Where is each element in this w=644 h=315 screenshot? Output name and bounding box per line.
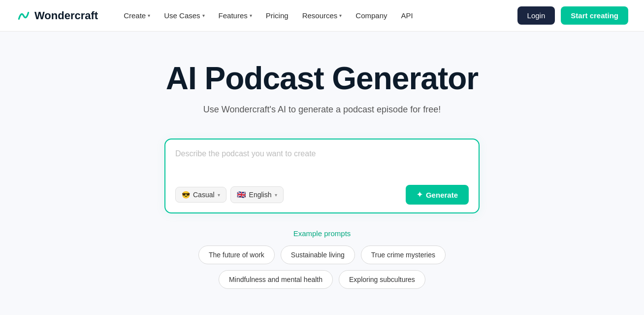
prompts-row-1: The future of work Sustainable living Tr… <box>198 245 446 264</box>
nav-item-features[interactable]: Features ▾ <box>213 7 258 24</box>
prompt-chip-future-work[interactable]: The future of work <box>198 245 275 264</box>
input-controls: 😎 Casual ▾ 🇬🇧 English ▾ ✦ Generate <box>175 185 469 205</box>
podcast-description-input[interactable] <box>175 149 469 179</box>
plus-icon: ✦ <box>417 190 423 199</box>
chevron-down-icon: ▾ <box>275 192 277 198</box>
tone-emoji: 😎 <box>182 191 190 199</box>
page-title: AI Podcast Generator <box>166 61 478 96</box>
chevron-down-icon: ▾ <box>250 13 252 18</box>
generate-label: Generate <box>426 191 458 199</box>
prompt-chip-sustainable[interactable]: Sustainable living <box>281 245 355 264</box>
nav-item-create[interactable]: Create ▾ <box>118 7 156 24</box>
chevron-down-icon: ▾ <box>339 13 342 18</box>
prompt-chip-mindfulness[interactable]: Mindfulness and mental health <box>219 270 333 289</box>
chevron-down-icon: ▾ <box>218 192 220 198</box>
nav-item-resources[interactable]: Resources ▾ <box>296 7 348 24</box>
nav-item-api[interactable]: API <box>395 7 419 24</box>
podcast-input-box: 😎 Casual ▾ 🇬🇧 English ▾ ✦ Generate <box>164 139 480 213</box>
chevron-down-icon: ▾ <box>202 13 205 18</box>
tone-dropdown[interactable]: 😎 Casual ▾ <box>175 187 226 203</box>
generate-button[interactable]: ✦ Generate <box>406 185 469 205</box>
prompt-chip-subcultures[interactable]: Exploring subcultures <box>339 270 425 289</box>
start-creating-button[interactable]: Start creating <box>561 6 628 25</box>
tone-label: Casual <box>193 191 215 199</box>
nav-item-pricing[interactable]: Pricing <box>260 7 294 24</box>
nav-links: Create ▾ Use Cases ▾ Features ▾ Pricing … <box>118 7 517 24</box>
prompts-label: Example prompts <box>198 229 446 238</box>
prompts-row-2: Mindfulness and mental health Exploring … <box>198 270 446 289</box>
prompt-chip-crime[interactable]: True crime mysteries <box>361 245 446 264</box>
example-prompts-section: Example prompts The future of work Susta… <box>198 229 446 295</box>
hero-subtitle: Use Wondercraft's AI to generate a podca… <box>203 105 441 115</box>
language-dropdown[interactable]: 🇬🇧 English ▾ <box>230 186 284 203</box>
chevron-down-icon: ▾ <box>148 13 150 18</box>
logo-text: Wondercraft <box>34 9 98 22</box>
nav-actions: Login Start creating <box>517 6 628 25</box>
nav-item-use-cases[interactable]: Use Cases ▾ <box>158 7 210 24</box>
navbar: Wondercraft Create ▾ Use Cases ▾ Feature… <box>0 0 644 32</box>
nav-item-company[interactable]: Company <box>350 7 393 24</box>
language-flag: 🇬🇧 <box>237 190 246 199</box>
language-label: English <box>249 191 272 199</box>
main-content: AI Podcast Generator Use Wondercraft's A… <box>0 32 644 295</box>
login-button[interactable]: Login <box>517 6 555 25</box>
input-dropdowns: 😎 Casual ▾ 🇬🇧 English ▾ <box>175 186 284 203</box>
logo[interactable]: Wondercraft <box>16 8 98 24</box>
